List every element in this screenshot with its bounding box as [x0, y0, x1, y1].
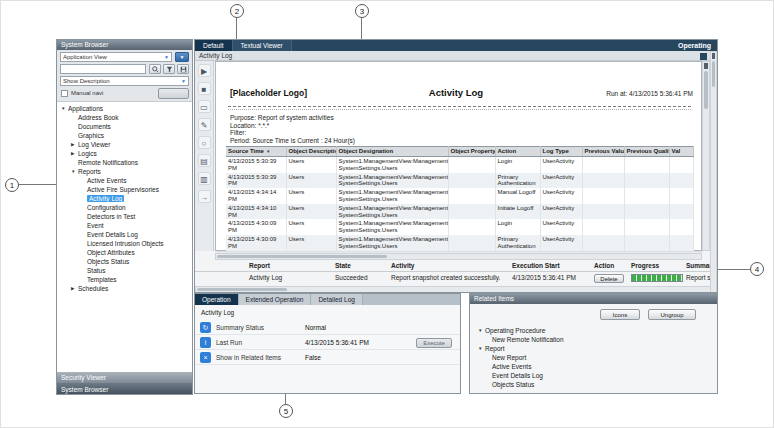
workspace-pane: Default Textual Viewer Operating Activit… [194, 39, 718, 293]
description-dropdown[interactable]: Show Description ▼ [60, 76, 189, 86]
system-browser-bar[interactable]: System Browser [57, 383, 192, 395]
run-icon[interactable]: ▶ [198, 64, 211, 77]
expander-icon[interactable]: ▶ [71, 284, 78, 293]
scrollbar-thumb[interactable] [704, 71, 708, 109]
print-icon[interactable]: ▥ [198, 172, 211, 185]
expander-icon[interactable]: ▶ [71, 149, 78, 158]
related-item-active-events[interactable]: Active Events [478, 362, 713, 371]
edit-icon[interactable]: ✎ [198, 118, 211, 131]
tab-operation[interactable]: Operation [195, 294, 239, 305]
execute-button[interactable]: Execute [416, 338, 452, 348]
application-tree: ▼Applications Address Book Documents Gra… [57, 102, 192, 372]
cell-desc: Users [286, 157, 336, 173]
table-row: 4/13/2015 4:30:09 PM Users System1.Manag… [226, 219, 693, 235]
related-item-new-remote-notification[interactable]: New Remote Notification [478, 335, 713, 344]
tree-item-status[interactable]: Status [57, 266, 192, 275]
tree-item-label: Schedules [78, 285, 108, 292]
exec-col-activity: Activity [391, 262, 512, 270]
tree-item-log-viewer[interactable]: ▶Log Viewer [57, 140, 192, 149]
scroll-up-icon[interactable] [704, 63, 708, 69]
sidebar-action-button[interactable] [158, 88, 189, 99]
tree-item-objects-status[interactable]: Objects Status [57, 257, 192, 266]
related-group-report[interactable]: ▼Report [478, 344, 713, 353]
operation-row-last-run: i Last Run 4/13/2015 5:36:41 PM Execute [195, 336, 460, 350]
col-previous-value[interactable]: Previous Value [582, 147, 624, 157]
col-object-property[interactable]: Object Property [448, 147, 495, 157]
execution-row[interactable]: Activity Log Succeeded Report snapshot c… [195, 274, 711, 285]
filter-icon[interactable] [163, 64, 175, 74]
tree-item-label: Detectors in Test [87, 213, 135, 220]
tree-item-documents[interactable]: Documents [57, 122, 192, 131]
security-viewer-bar[interactable]: Security Viewer [57, 372, 192, 383]
search-input[interactable] [60, 64, 146, 74]
cell-property [448, 157, 495, 173]
save-icon[interactable]: ▤ [198, 154, 211, 167]
tree-item-configuration[interactable]: Configuration [57, 203, 192, 212]
scrollbar-thumb[interactable] [217, 255, 387, 258]
tree-item-label: Reports [78, 168, 101, 175]
col-action[interactable]: Action [495, 147, 540, 157]
search-icon[interactable] [149, 64, 161, 74]
tab-textual-viewer[interactable]: Textual Viewer [233, 40, 292, 51]
col-log-type[interactable]: Log Type [540, 147, 582, 157]
tree-item-licensed-intrusion-objects[interactable]: Licensed Intrusion Objects [57, 239, 192, 248]
panel-menu-icon[interactable] [700, 53, 707, 60]
scroll-up-icon[interactable] [712, 53, 715, 59]
tree-item-event-details-log[interactable]: Event Details Log [57, 230, 192, 239]
tab-default[interactable]: Default [195, 40, 233, 51]
scrollbar-thumb[interactable] [712, 61, 715, 87]
tree-item-templates[interactable]: Templates [57, 275, 192, 284]
report-period: Period: Source Time is Current : 24 Hour… [230, 137, 355, 145]
tree-item-graphics[interactable]: Graphics [57, 131, 192, 140]
export-icon[interactable]: → [198, 190, 211, 203]
tab-detailed-log[interactable]: Detailed Log [311, 294, 363, 305]
stop-icon[interactable]: ■ [198, 82, 211, 95]
zoom-icon[interactable]: ○ [198, 136, 211, 149]
view-dropdown[interactable]: Application View ▼ [60, 52, 172, 62]
tree-item-activity-log[interactable]: Activity Log [57, 194, 192, 203]
pane-vertical-scrollbar[interactable] [710, 51, 717, 293]
col-source-time[interactable]: Source Time▼ [226, 147, 286, 157]
tree-item-active-events[interactable]: Active Events [57, 176, 192, 185]
save-icon[interactable] [177, 64, 189, 74]
operation-row-label: Summary Status [216, 324, 264, 331]
col-previous-quality[interactable]: Previous Quality [624, 147, 669, 157]
tree-item-reports[interactable]: ▼Reports [57, 167, 192, 176]
expander-icon[interactable]: ▼ [61, 104, 68, 113]
col-object-designation[interactable]: Object Designation [336, 147, 448, 157]
related-group-operating-procedure[interactable]: ▼Operating Procedure [478, 326, 713, 335]
tab-extended-operation[interactable]: Extended Operation [239, 294, 312, 305]
expander-icon[interactable]: ▼ [71, 167, 78, 176]
cell-prev-quality [624, 235, 669, 251]
pane-horizontal-scrollbar[interactable] [195, 286, 711, 293]
viewer-header-bar: Activity Log [195, 51, 717, 61]
tree-item-active-fire-supervisories[interactable]: Active Fire Supervisories [57, 185, 192, 194]
col-value[interactable]: Val [669, 147, 693, 157]
scrollbar-thumb[interactable] [197, 288, 287, 291]
tree-item-logics[interactable]: ▶Logics [57, 149, 192, 158]
report-horizontal-scrollbar[interactable] [215, 253, 702, 260]
expander-icon[interactable]: ▼ [478, 326, 485, 335]
col-label: Source Time [228, 148, 264, 154]
tree-item-applications[interactable]: ▼Applications [57, 104, 192, 113]
expander-icon[interactable]: ▼ [478, 344, 485, 353]
ungroup-button[interactable]: Ungroup [648, 309, 696, 320]
delete-button[interactable]: Delete [594, 274, 624, 283]
col-object-description[interactable]: Object Description [286, 147, 336, 157]
related-item-objects-status[interactable]: Objects Status [478, 380, 713, 389]
report-vertical-scrollbar[interactable] [702, 61, 710, 251]
tree-item-detectors-in-test[interactable]: Detectors in Test [57, 212, 192, 221]
tree-item-label: Object Attributes [87, 249, 135, 256]
manual-nav-checkbox[interactable] [61, 90, 68, 97]
tree-item-object-attributes[interactable]: Object Attributes [57, 248, 192, 257]
expander-icon[interactable]: ▶ [71, 140, 78, 149]
tree-item-event[interactable]: Event [57, 221, 192, 230]
related-item-new-report[interactable]: New Report [478, 353, 713, 362]
related-item-event-details-log[interactable]: Event Details Log [478, 371, 713, 380]
tree-item-address-book[interactable]: Address Book [57, 113, 192, 122]
icons-button[interactable]: Icons [600, 309, 640, 320]
tree-item-schedules[interactable]: ▶Schedules [57, 284, 192, 293]
tree-item-remote-notifications[interactable]: Remote Notifications [57, 158, 192, 167]
select-area-icon[interactable]: ▭ [198, 100, 211, 113]
view-menu-button[interactable]: ▼ [175, 52, 189, 62]
